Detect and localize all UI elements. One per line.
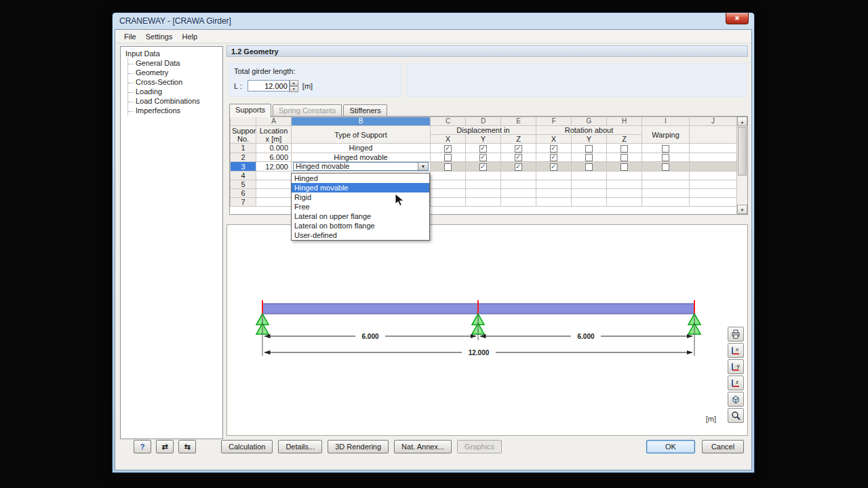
cell-warping[interactable]: [642, 144, 690, 153]
cell-check[interactable]: [501, 152, 536, 162]
tab-spring-constants[interactable]: Spring Constants: [273, 104, 342, 117]
checkbox[interactable]: [620, 163, 628, 171]
cell-check[interactable]: [607, 144, 642, 153]
sidebar-root[interactable]: Input Data: [124, 49, 221, 58]
row-header[interactable]: 3: [231, 162, 256, 171]
checkbox[interactable]: [550, 163, 557, 171]
sidebar-item-loading[interactable]: Loading: [128, 87, 221, 96]
checkbox[interactable]: [620, 145, 628, 152]
checkbox[interactable]: [515, 154, 522, 161]
title-bar[interactable]: CRANEWAY - [CRAWA Girder] ×: [113, 13, 754, 29]
view-z-button[interactable]: z: [728, 375, 744, 390]
checkbox[interactable]: [585, 145, 593, 152]
sidebar-item-general-data[interactable]: General Data: [128, 58, 221, 68]
checkbox[interactable]: [479, 154, 487, 161]
calculation-button[interactable]: Calculation: [221, 440, 273, 453]
3d-rendering-button[interactable]: 3D Rendering: [328, 440, 389, 453]
sidebar-item-load-combinations[interactable]: Load Combinations: [128, 96, 221, 106]
cell-check[interactable]: [572, 144, 607, 153]
cell-check[interactable]: [536, 144, 572, 153]
tab-supports[interactable]: Supports: [229, 104, 271, 117]
dropdown-option-user-defined[interactable]: User-defined: [292, 230, 429, 240]
checkbox[interactable]: [550, 145, 557, 152]
cell-type[interactable]: Hinged movable▼: [292, 162, 431, 171]
checkbox[interactable]: [515, 145, 522, 152]
checkbox[interactable]: [479, 145, 487, 152]
view-x-button[interactable]: x: [728, 343, 744, 358]
cell-location[interactable]: [256, 171, 292, 180]
zoom-button[interactable]: [728, 408, 744, 423]
checkbox[interactable]: [515, 163, 522, 171]
transfer-back-button[interactable]: ⇄: [156, 440, 174, 453]
scroll-up-icon[interactable]: ▲: [737, 117, 747, 126]
dropdown-option-lateral-on-bottom-flange[interactable]: Lateral on bottom flange: [292, 221, 429, 230]
scrollbar-thumb[interactable]: [738, 127, 747, 176]
spinner-down-icon[interactable]: ▼: [290, 86, 298, 92]
menu-settings[interactable]: Settings: [141, 30, 178, 43]
checkbox[interactable]: [479, 163, 487, 171]
graphics-button[interactable]: Graphics: [457, 440, 502, 453]
cell-warping[interactable]: [642, 152, 690, 162]
cell-check[interactable]: [466, 144, 501, 153]
cell-check[interactable]: [431, 152, 466, 162]
cell-check[interactable]: [466, 162, 501, 171]
tab-stiffeners[interactable]: Stiffeners: [343, 104, 387, 117]
row-header[interactable]: 2: [231, 152, 256, 162]
row-header[interactable]: 4: [231, 171, 256, 180]
cell-type[interactable]: Hinged movable: [292, 152, 431, 162]
isometric-view-button[interactable]: [728, 392, 744, 407]
sidebar-item-cross-section[interactable]: Cross-Section: [128, 77, 221, 87]
print-button[interactable]: [728, 327, 744, 342]
dropdown-option-hinged[interactable]: Hinged: [292, 174, 429, 183]
cell-check[interactable]: [607, 162, 642, 171]
dropdown-option-hinged-movable[interactable]: Hinged movable: [292, 183, 429, 192]
scroll-down-icon[interactable]: ▼: [737, 205, 747, 214]
checkbox[interactable]: [444, 163, 452, 171]
table-scrollbar[interactable]: ▲ ▼: [736, 117, 747, 214]
graphics-area[interactable]: 6.000 6.000 12.000: [226, 224, 748, 436]
menu-file[interactable]: File: [119, 30, 141, 43]
help-button[interactable]: ?: [134, 440, 151, 453]
warping-checkbox[interactable]: [662, 163, 669, 171]
cell-location[interactable]: 6.000: [256, 152, 292, 162]
nat-annex-button[interactable]: Nat. Annex...: [394, 440, 452, 453]
warping-checkbox[interactable]: [662, 145, 669, 152]
sidebar-item-imperfections[interactable]: Imperfections: [128, 106, 221, 115]
cell-check[interactable]: [431, 162, 466, 171]
cell-check[interactable]: [466, 152, 501, 162]
checkbox[interactable]: [550, 154, 557, 161]
row-header[interactable]: 7: [231, 198, 256, 207]
checkbox[interactable]: [585, 154, 593, 161]
cell-check[interactable]: [572, 162, 607, 171]
girder-length-input[interactable]: [248, 80, 290, 92]
checkbox[interactable]: [585, 163, 593, 171]
sidebar-item-geometry[interactable]: Geometry: [128, 68, 221, 77]
checkbox[interactable]: [444, 145, 452, 152]
cell-location[interactable]: [256, 189, 292, 198]
cell-type[interactable]: Hinged: [292, 144, 431, 153]
dropdown-option-free[interactable]: Free: [292, 202, 429, 211]
cell-check[interactable]: [431, 144, 466, 153]
spinner-up-icon[interactable]: ▲: [290, 80, 298, 86]
transfer-forward-button[interactable]: ⇆: [178, 440, 196, 453]
cell-location[interactable]: 0.000: [256, 144, 292, 153]
cell-check[interactable]: [501, 144, 536, 153]
cell-warping[interactable]: [642, 162, 690, 171]
warping-checkbox[interactable]: [662, 154, 669, 161]
cell-check[interactable]: [536, 162, 572, 171]
cell-check[interactable]: [536, 152, 572, 162]
cell-location[interactable]: [256, 198, 292, 207]
cell-check[interactable]: [501, 162, 536, 171]
view-y-button[interactable]: -y: [728, 359, 744, 374]
dropdown-option-rigid[interactable]: Rigid: [292, 192, 429, 202]
cell-check[interactable]: [607, 152, 642, 162]
cell-check[interactable]: [572, 152, 607, 162]
row-header[interactable]: 5: [231, 180, 256, 189]
ok-button[interactable]: OK: [646, 440, 695, 453]
checkbox[interactable]: [444, 154, 452, 161]
type-combobox[interactable]: Hinged movable▼: [293, 162, 429, 171]
combo-dropdown-icon[interactable]: ▼: [418, 163, 428, 170]
dropdown-option-lateral-on-upper-flange[interactable]: Lateral on upper flange: [292, 211, 429, 221]
checkbox[interactable]: [620, 154, 628, 161]
menu-help[interactable]: Help: [177, 30, 202, 43]
